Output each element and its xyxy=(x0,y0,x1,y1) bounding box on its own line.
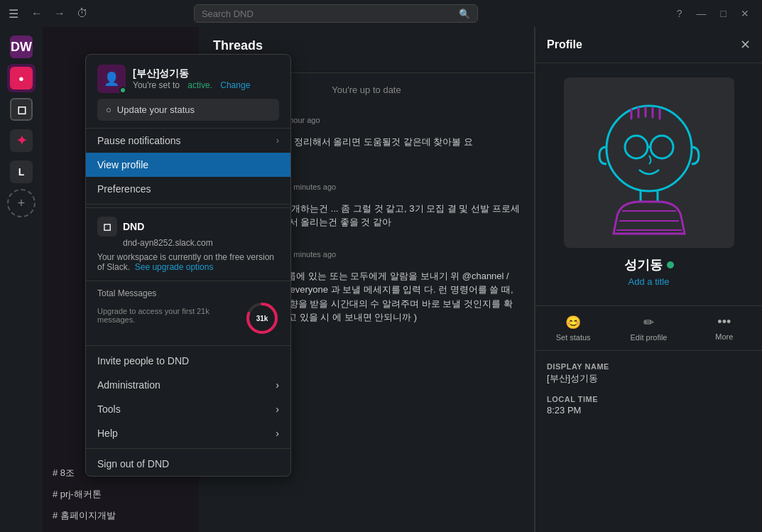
workspace-name: ◻ DND xyxy=(97,217,279,237)
dropdown-user-details: [부산]성기동 You're set to active. Change xyxy=(133,67,250,90)
tools-chevron-icon: › xyxy=(276,403,279,415)
forward-button[interactable]: → xyxy=(50,6,70,21)
maximize-button[interactable]: □ xyxy=(717,6,731,21)
channel-item-hackathon[interactable]: # prj-해커톤 xyxy=(43,484,199,505)
edit-profile-action[interactable]: ✏ Edit profile xyxy=(611,306,686,350)
divider1 xyxy=(86,204,290,205)
search-icon: 🔍 xyxy=(459,9,470,19)
profile-avatar-section: 성기동 Add a title xyxy=(535,63,762,305)
window-controls: ? — □ ✕ xyxy=(673,6,753,21)
active-text: active. xyxy=(187,80,212,90)
search-bar[interactable]: 🔍 xyxy=(194,4,478,23)
update-status-button[interactable]: ○ Update your status xyxy=(97,99,279,121)
sidebar-item-dw[interactable]: DW xyxy=(7,33,36,61)
chevron-right-icon: › xyxy=(276,136,279,146)
more-action[interactable]: ••• More xyxy=(687,306,762,350)
preferences-item[interactable]: Preferences xyxy=(86,177,290,201)
sidebar-item-app4[interactable]: L xyxy=(7,158,36,186)
profile-name: 성기동 xyxy=(624,256,663,273)
nav-buttons: ← → ⏱ xyxy=(27,6,92,21)
local-time-value: 8:23 PM xyxy=(547,405,751,416)
back-button[interactable]: ← xyxy=(27,6,47,21)
status-circle-icon: ○ xyxy=(106,104,111,115)
local-time-label: Local time xyxy=(547,395,751,403)
dropdown-status: You're set to active. Change xyxy=(133,80,250,90)
messages-progress-chart: 31k xyxy=(245,301,279,335)
total-messages-label: Total Messages xyxy=(97,288,279,298)
main-layout: DW ● ◻ ✦ L + # 8조 # prj-해커톤 # 홈페이지개발 xyxy=(0,27,762,532)
profile-close-button[interactable]: ✕ xyxy=(740,37,751,53)
workspace-email: dnd-ayn8252.slack.com xyxy=(123,238,279,248)
profile-avatar-image xyxy=(564,77,734,248)
profile-name-row: 성기동 xyxy=(624,256,674,273)
divider2 xyxy=(86,345,290,346)
more-label: More xyxy=(715,332,733,341)
set-status-action[interactable]: 😊 Set status xyxy=(535,306,611,350)
close-button[interactable]: ✕ xyxy=(736,6,753,21)
sidebar-item-app1[interactable]: ● xyxy=(7,64,36,92)
profile-actions: 😊 Set status ✏ Edit profile ••• More xyxy=(535,305,762,351)
titlebar: ☰ ← → ⏱ 🔍 ? — □ ✕ xyxy=(0,0,762,27)
upgrade-description: Upgrade to access your first 21k message… xyxy=(97,307,238,324)
help-button[interactable]: ? xyxy=(673,6,687,21)
app2-icon: ◻ xyxy=(10,98,33,121)
pause-notifications-item[interactable]: Pause notifications › xyxy=(86,129,290,153)
upgrade-section: Total Messages Upgrade to access your fi… xyxy=(86,281,290,342)
profile-fields: Display name [부산]성기동 Local time 8:23 PM xyxy=(535,351,762,437)
admin-chevron-icon: › xyxy=(276,379,279,391)
avatar-svg xyxy=(571,85,727,241)
invite-people-item[interactable]: Invite people to DND xyxy=(86,349,290,373)
change-status-link[interactable]: Change xyxy=(220,80,250,90)
profile-add-title[interactable]: Add a title xyxy=(628,276,670,287)
display-name-value: [부산]성기동 xyxy=(547,372,751,385)
icon-sidebar: DW ● ◻ ✦ L + xyxy=(0,27,43,532)
add-workspace-button[interactable]: + xyxy=(7,189,36,217)
app3-icon: ✦ xyxy=(10,129,33,152)
profile-dropdown: 👤 [부산]성기동 You're set to active. Change ○ xyxy=(85,54,291,477)
local-time-field: Local time 8:23 PM xyxy=(547,395,751,416)
more-icon: ••• xyxy=(717,315,731,330)
tools-item[interactable]: Tools › xyxy=(86,397,290,421)
profile-panel-header: Profile ✕ xyxy=(535,27,762,63)
history-button[interactable]: ⏱ xyxy=(72,6,92,21)
dropdown-avatar: 👤 xyxy=(97,65,126,93)
workspace-info: ◻ DND dnd-ayn8252.slack.com Your workspa… xyxy=(86,207,290,281)
dropdown-header: 👤 [부산]성기동 You're set to active. Change ○ xyxy=(86,55,290,129)
minimize-button[interactable]: — xyxy=(692,6,711,21)
app4-icon: L xyxy=(10,161,33,183)
divider3 xyxy=(86,448,290,449)
profile-panel-title: Profile xyxy=(547,38,582,51)
dw-logo: DW xyxy=(10,36,33,58)
help-chevron-icon: › xyxy=(276,428,279,439)
help-item[interactable]: Help › xyxy=(86,421,290,445)
channel-item-homepage[interactable]: # 홈페이지개발 xyxy=(43,505,199,526)
sidebar-item-app3[interactable]: ✦ xyxy=(7,126,36,155)
edit-profile-label: Edit profile xyxy=(631,333,668,342)
sign-out-item[interactable]: Sign out of DND xyxy=(86,452,290,476)
dropdown-username: [부산]성기동 xyxy=(133,67,250,80)
svg-point-10 xyxy=(651,136,673,158)
workspace-icon: ◻ xyxy=(97,217,117,237)
view-profile-item[interactable]: View profile xyxy=(86,153,290,177)
set-status-label: Set status xyxy=(556,333,591,342)
update-status-label: Update your status xyxy=(117,104,195,115)
set-status-icon: 😊 xyxy=(565,315,581,330)
upgrade-progress: Upgrade to access your first 21k message… xyxy=(97,301,279,335)
sidebar-item-app2[interactable]: ◻ xyxy=(7,95,36,124)
profile-panel: Profile ✕ xyxy=(535,27,762,532)
edit-profile-icon: ✏ xyxy=(643,315,654,330)
online-indicator xyxy=(119,87,126,94)
menu-icon[interactable]: ☰ xyxy=(9,7,18,21)
dropdown-user-info: 👤 [부산]성기동 You're set to active. Change xyxy=(97,65,279,93)
display-name-label: Display name xyxy=(547,362,751,371)
workspace-plan: Your workspace is currently on the free … xyxy=(97,252,279,272)
svg-point-9 xyxy=(625,136,648,158)
administration-item[interactable]: Administration › xyxy=(86,373,290,397)
svg-point-3 xyxy=(606,106,692,191)
svg-text:31k: 31k xyxy=(256,315,268,322)
profile-online-indicator xyxy=(667,261,674,268)
display-name-field: Display name [부산]성기동 xyxy=(547,362,751,385)
app1-icon: ● xyxy=(10,67,33,89)
search-input[interactable] xyxy=(202,9,459,19)
upgrade-link[interactable]: See upgrade options xyxy=(135,262,214,272)
